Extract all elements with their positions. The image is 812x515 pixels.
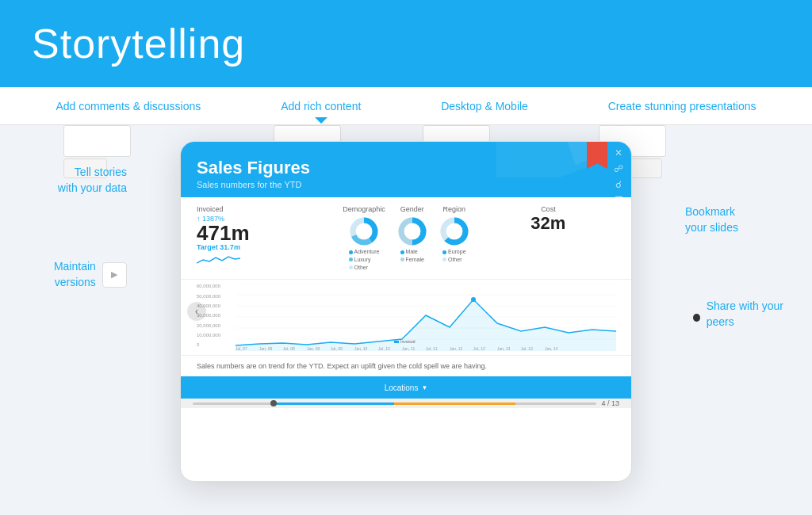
dashboard-device: ‹ Sales Figures Sales numbers for the YT… xyxy=(180,141,632,482)
share-text: Share with your peers xyxy=(707,299,800,330)
cost-value: 32m xyxy=(481,215,615,232)
line-chart-area: 60,000,000 50,000,000 40,000,000 30,000,… xyxy=(181,280,631,355)
svg-text:Jan, 13: Jan, 13 xyxy=(497,346,511,351)
svg-text:Jan, 12: Jan, 12 xyxy=(450,346,463,351)
slider-track[interactable] xyxy=(193,402,596,405)
invoiced-label: Invoiced xyxy=(197,205,331,213)
target-label: Target xyxy=(197,243,218,251)
slide-page-indicator: 4 / 13 xyxy=(601,399,619,407)
close-button[interactable]: ✕ xyxy=(612,147,625,159)
right-features: Bookmark your slides Share with your pee… xyxy=(673,125,812,515)
invoiced-value: 471m xyxy=(197,223,331,243)
demographic-chart xyxy=(349,216,379,246)
svg-text:Jul, 12: Jul, 12 xyxy=(473,346,485,351)
svg-text:Jan, 10: Jan, 10 xyxy=(354,346,368,351)
region-legend: Europe Other xyxy=(442,248,466,264)
feature-share: Share with your peers xyxy=(673,299,812,330)
donut-demographic: Demographic Adventure Luxury Other xyxy=(343,205,385,271)
feature-maintain-versions: Maintain versions ▶ xyxy=(0,259,139,290)
versions-icon[interactable]: ▶ xyxy=(102,262,127,288)
demographic-label: Demographic xyxy=(343,205,385,213)
header: Storytelling xyxy=(0,0,812,87)
prev-slide-button[interactable]: ‹ xyxy=(187,302,206,321)
header-decoration xyxy=(496,142,592,177)
svg-text:Jan, 11: Jan, 11 xyxy=(402,346,416,351)
svg-text:Invoiced: Invoiced xyxy=(400,339,416,344)
bookmark-text: Bookmark your slides xyxy=(685,204,800,235)
main-line-chart: Jul, 07 Jan, 08 Jul, 08 Jan, 09 Jul, 09 … xyxy=(228,284,623,351)
svg-text:Jul, 07: Jul, 07 xyxy=(236,346,247,351)
demographic-legend: Adventure Luxury Other xyxy=(349,248,380,271)
y-label-1: 10,000,000 xyxy=(197,333,220,338)
tab-rich-content[interactable]: Add rich content xyxy=(273,100,369,113)
tab-presentations[interactable]: Create stunning presentations xyxy=(600,100,764,113)
svg-rect-33 xyxy=(394,341,399,343)
donut-region: Region Europe Other xyxy=(439,205,469,264)
svg-text:Jan, 09: Jan, 09 xyxy=(307,346,320,351)
svg-text:Jan, 08: Jan, 08 xyxy=(259,346,273,351)
gender-chart xyxy=(397,216,427,246)
device-controls: ✕ ☍ ☌ ☰ xyxy=(612,147,625,207)
search-button[interactable]: ☍ xyxy=(612,162,625,175)
share-dot-icon xyxy=(693,314,700,322)
nav-tabs: Add comments & discussions Add rich cont… xyxy=(0,87,812,125)
region-chart xyxy=(439,216,469,246)
y-label-6: 60,000,000 xyxy=(197,284,220,288)
svg-text:Jul, 08: Jul, 08 xyxy=(283,346,295,351)
region-label: Region xyxy=(443,205,466,213)
rss-button[interactable]: ☌ xyxy=(612,178,625,191)
footer-label: Locations xyxy=(385,383,419,392)
svg-point-18 xyxy=(471,297,476,302)
slider-thumb[interactable] xyxy=(270,400,277,406)
target-value: 31.7m xyxy=(220,243,240,251)
tab-desktop-mobile[interactable]: Desktop & Mobile xyxy=(433,100,536,113)
svg-text:Jul, 10: Jul, 10 xyxy=(378,346,390,351)
feature-bookmark: Bookmark your slides xyxy=(673,204,812,235)
stat-invoiced: Invoiced ↑ 1387% 471m Target 31.7m xyxy=(197,205,331,269)
slide-slider[interactable]: 4 / 13 xyxy=(181,399,631,408)
cost-label: Cost xyxy=(481,205,615,213)
tab-comments[interactable]: Add comments & discussions xyxy=(48,100,209,113)
svg-text:Jul, 13: Jul, 13 xyxy=(521,346,533,351)
menu-button[interactable]: ☰ xyxy=(612,194,625,207)
svg-text:Jul, 09: Jul, 09 xyxy=(331,346,343,351)
dashboard-header: Sales Figures Sales numbers for the YTD … xyxy=(181,142,631,197)
feature-tell-stories: Tell stories with your data xyxy=(0,165,139,196)
tell-stories-text: Tell stories with your data xyxy=(12,165,127,196)
gender-legend: Male Female xyxy=(400,248,424,264)
y-label-0: 0 xyxy=(197,342,220,347)
gender-label: Gender xyxy=(400,205,424,213)
invoiced-target: Target 31.7m xyxy=(197,243,331,251)
y-label-2: 20,000,000 xyxy=(197,323,220,328)
maintain-versions-text: Maintain versions xyxy=(12,259,96,290)
y-label-5: 50,000,000 xyxy=(197,294,220,299)
svg-text:Jan, 14: Jan, 14 xyxy=(545,346,558,351)
left-features: Tell stories with your data Maintain ver… xyxy=(0,125,139,515)
stat-cost: Cost 32m xyxy=(481,205,615,232)
footer-arrow-icon: ▼ xyxy=(421,384,427,391)
main-content: Tell stories with your data Maintain ver… xyxy=(0,125,812,515)
dashboard-subtitle: Sales numbers for the YTD xyxy=(197,180,615,189)
page-title: Storytelling xyxy=(32,20,245,67)
sparkline-icon xyxy=(197,254,240,265)
svg-text:Jul, 11: Jul, 11 xyxy=(426,346,438,351)
donut-charts: Demographic Adventure Luxury Other xyxy=(343,205,469,271)
stats-row: Invoiced ↑ 1387% 471m Target 31.7m Demog… xyxy=(181,197,631,280)
dashboard-footer[interactable]: Locations ▼ xyxy=(181,376,631,399)
dashboard-description: Sales numbers are on trend for the YTD. … xyxy=(181,355,631,376)
donut-gender: Gender Male Female xyxy=(397,205,427,264)
